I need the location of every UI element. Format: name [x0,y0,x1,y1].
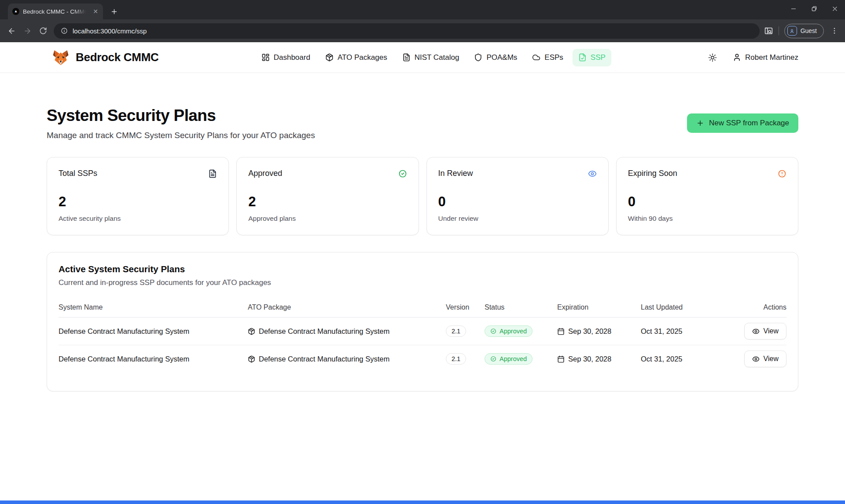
eye-icon [752,355,760,363]
main-nav: Dashboard ATO Packages NIST Catalog POA&… [159,49,709,66]
table-header-row: System Name ATO Package Version Status E… [59,299,786,318]
stat-card-approved: Approved 2 Approved plans [236,157,419,235]
package-icon [248,355,255,363]
plus-icon [696,119,704,127]
view-button[interactable]: View [744,351,786,367]
status-badge: Approved [485,325,533,337]
nav-item-nist-catalog[interactable]: NIST Catalog [397,49,465,66]
search-sidebar-icon[interactable] [764,26,773,36]
last-updated-cell: Oct 31, 2025 [641,327,737,336]
file-check-icon [578,53,587,62]
table-card-subtitle: Current and in-progress SSP documents fo… [59,278,786,287]
expiration-cell: Sep 30, 2028 [557,327,641,336]
brand[interactable]: Bedrock CMMC [52,49,159,66]
ssp-table: System Name ATO Package Version Status E… [59,299,786,373]
url-text[interactable]: localhost:3000/cmmc/ssp [73,27,147,35]
stat-card-total-ssps: Total SSPs 2 Active security plans [47,157,229,235]
site-info-icon[interactable] [61,27,68,34]
table-row: Defense Contract Manufacturing System De… [59,345,786,373]
check-circle-icon [490,328,496,334]
new-tab-button[interactable] [107,5,121,18]
browser-menu-icon[interactable] [829,26,840,36]
browser-chrome: ▲ Bedrock CMMC - CMMC Level 2 ✕ [0,0,845,42]
version-badge: 2.1 [446,353,466,365]
package-icon [248,328,255,335]
toolbar-divider [779,26,779,35]
nav-item-ato-packages[interactable]: ATO Packages [320,49,393,66]
main-content: System Security Plans Manage and track C… [0,73,845,391]
stat-value: 0 [438,194,597,210]
user-icon [733,53,741,62]
stat-value: 2 [59,194,217,210]
app-header: Bedrock CMMC Dashboard ATO Packages NIST… [0,42,845,73]
tab-strip: ▲ Bedrock CMMC - CMMC Level 2 ✕ [0,0,845,19]
calendar-icon [557,328,565,335]
tab-favicon-icon: ▲ [12,8,19,15]
page-title: System Security Plans [47,106,315,125]
stat-value: 2 [248,194,407,210]
ssp-table-card: Active System Security Plans Current and… [47,252,798,391]
brand-name: Bedrock CMMC [76,51,159,64]
last-updated-cell: Oct 31, 2025 [641,355,737,363]
tab-close-icon[interactable]: ✕ [92,7,99,15]
nav-item-ssp[interactable]: SSP [573,49,611,66]
check-circle-icon [490,356,496,362]
package-icon [325,53,334,62]
stat-cards: Total SSPs 2 Active security plans Appro… [47,157,798,235]
theme-toggle[interactable] [708,53,717,62]
stat-card-expiring-soon: Expiring Soon 0 Within 90 days [616,157,798,235]
eye-icon [752,328,760,335]
file-text-icon [402,53,411,62]
window-controls [783,0,845,18]
table-row: Defense Contract Manufacturing System De… [59,318,786,345]
ato-package-cell: Defense Contract Manufacturing System [248,355,446,363]
close-window-icon[interactable] [824,0,845,18]
browser-tab[interactable]: ▲ Bedrock CMMC - CMMC Level 2 ✕ [8,4,103,19]
nav-item-poams[interactable]: POA&Ms [468,49,523,66]
system-name-cell: Defense Contract Manufacturing System [59,327,248,336]
fox-logo-icon [52,49,70,66]
browser-toolbar: localhost:3000/cmmc/ssp Guest [0,19,845,42]
file-text-icon [208,169,217,178]
expiration-cell: Sep 30, 2028 [557,355,641,363]
new-ssp-button[interactable]: New SSP from Package [687,113,798,133]
nav-item-esps[interactable]: ESPs [526,49,569,66]
minimize-icon[interactable] [783,0,804,18]
stat-value: 0 [628,194,786,210]
sun-icon [708,53,717,62]
calendar-icon [557,355,565,363]
dashboard-icon [261,53,270,62]
user-name: Robert Martinez [745,53,798,62]
alert-circle-icon [778,169,786,178]
status-badge: Approved [485,353,533,365]
stat-card-in-review: In Review 0 Under review [426,157,609,235]
reload-icon[interactable] [35,23,51,39]
profile-chip[interactable]: Guest [784,24,824,38]
bottom-accent-bar [0,500,845,504]
user-menu[interactable]: Robert Martinez [733,53,798,62]
restore-icon[interactable] [804,0,824,18]
ato-package-cell: Defense Contract Manufacturing System [248,327,446,336]
version-badge: 2.1 [446,325,466,337]
profile-label: Guest [801,27,817,34]
nav-item-dashboard[interactable]: Dashboard [256,49,316,66]
eye-icon [588,169,597,178]
page-subtitle: Manage and track CMMC System Security Pl… [47,131,315,140]
table-card-title: Active System Security Plans [59,264,786,274]
back-icon[interactable] [4,23,19,39]
address-bar[interactable]: localhost:3000/cmmc/ssp [54,23,760,39]
tab-title: Bedrock CMMC - CMMC Level 2 [23,8,88,15]
system-name-cell: Defense Contract Manufacturing System [59,355,248,363]
view-button[interactable]: View [744,323,786,340]
check-circle-icon [398,169,407,178]
cloud-icon [532,53,540,62]
guest-avatar-icon [787,26,797,36]
forward-icon[interactable] [19,23,35,39]
shield-icon [474,53,482,62]
